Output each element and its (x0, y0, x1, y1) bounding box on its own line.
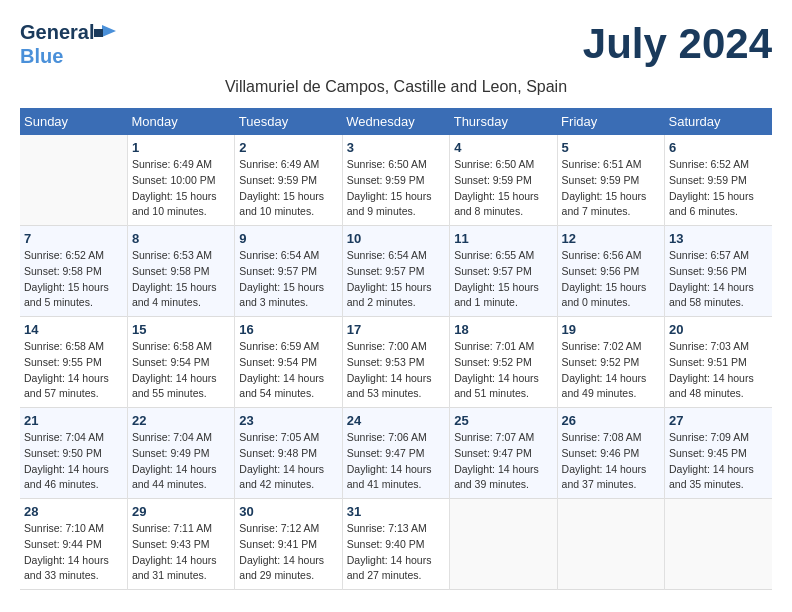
day-number: 18 (454, 322, 552, 337)
calendar-header-row: SundayMondayTuesdayWednesdayThursdayFrid… (20, 108, 772, 135)
day-number: 21 (24, 413, 123, 428)
day-info: Sunrise: 7:04 AMSunset: 9:50 PMDaylight:… (24, 430, 123, 493)
calendar-week-row: 7Sunrise: 6:52 AMSunset: 9:58 PMDaylight… (20, 226, 772, 317)
month-title: July 2024 (583, 20, 772, 68)
day-number: 29 (132, 504, 230, 519)
day-info: Sunrise: 6:54 AMSunset: 9:57 PMDaylight:… (239, 248, 337, 311)
day-number: 2 (239, 140, 337, 155)
page-header: General Blue July 2024 (20, 20, 772, 68)
day-number: 15 (132, 322, 230, 337)
day-info: Sunrise: 6:54 AMSunset: 9:57 PMDaylight:… (347, 248, 445, 311)
calendar-week-row: 1Sunrise: 6:49 AMSunset: 10:00 PMDayligh… (20, 135, 772, 226)
calendar-cell: 18Sunrise: 7:01 AMSunset: 9:52 PMDayligh… (450, 317, 557, 408)
day-info: Sunrise: 6:57 AMSunset: 9:56 PMDaylight:… (669, 248, 768, 311)
calendar-cell: 22Sunrise: 7:04 AMSunset: 9:49 PMDayligh… (127, 408, 234, 499)
logo-text: General (20, 20, 116, 44)
day-info: Sunrise: 7:13 AMSunset: 9:40 PMDaylight:… (347, 521, 445, 584)
calendar-table: SundayMondayTuesdayWednesdayThursdayFrid… (20, 108, 772, 590)
calendar-cell: 2Sunrise: 6:49 AMSunset: 9:59 PMDaylight… (235, 135, 342, 226)
calendar-cell: 28Sunrise: 7:10 AMSunset: 9:44 PMDayligh… (20, 499, 127, 590)
calendar-cell (665, 499, 772, 590)
day-info: Sunrise: 6:51 AMSunset: 9:59 PMDaylight:… (562, 157, 660, 220)
logo-subtext: Blue (20, 44, 116, 68)
day-number: 13 (669, 231, 768, 246)
svg-rect-1 (94, 29, 103, 37)
day-info: Sunrise: 6:59 AMSunset: 9:54 PMDaylight:… (239, 339, 337, 402)
day-number: 27 (669, 413, 768, 428)
day-info: Sunrise: 7:11 AMSunset: 9:43 PMDaylight:… (132, 521, 230, 584)
day-number: 23 (239, 413, 337, 428)
day-number: 5 (562, 140, 660, 155)
calendar-week-row: 21Sunrise: 7:04 AMSunset: 9:50 PMDayligh… (20, 408, 772, 499)
day-info: Sunrise: 6:49 AMSunset: 10:00 PMDaylight… (132, 157, 230, 220)
day-number: 14 (24, 322, 123, 337)
day-info: Sunrise: 7:07 AMSunset: 9:47 PMDaylight:… (454, 430, 552, 493)
calendar-cell: 20Sunrise: 7:03 AMSunset: 9:51 PMDayligh… (665, 317, 772, 408)
day-info: Sunrise: 7:06 AMSunset: 9:47 PMDaylight:… (347, 430, 445, 493)
calendar-cell: 31Sunrise: 7:13 AMSunset: 9:40 PMDayligh… (342, 499, 449, 590)
day-number: 25 (454, 413, 552, 428)
day-number: 17 (347, 322, 445, 337)
day-info: Sunrise: 7:10 AMSunset: 9:44 PMDaylight:… (24, 521, 123, 584)
weekday-header: Sunday (20, 108, 127, 135)
calendar-cell: 27Sunrise: 7:09 AMSunset: 9:45 PMDayligh… (665, 408, 772, 499)
weekday-header: Wednesday (342, 108, 449, 135)
day-info: Sunrise: 7:12 AMSunset: 9:41 PMDaylight:… (239, 521, 337, 584)
day-number: 1 (132, 140, 230, 155)
day-info: Sunrise: 6:55 AMSunset: 9:57 PMDaylight:… (454, 248, 552, 311)
calendar-cell: 7Sunrise: 6:52 AMSunset: 9:58 PMDaylight… (20, 226, 127, 317)
calendar-cell: 14Sunrise: 6:58 AMSunset: 9:55 PMDayligh… (20, 317, 127, 408)
day-number: 7 (24, 231, 123, 246)
calendar-cell: 23Sunrise: 7:05 AMSunset: 9:48 PMDayligh… (235, 408, 342, 499)
day-info: Sunrise: 6:50 AMSunset: 9:59 PMDaylight:… (347, 157, 445, 220)
day-info: Sunrise: 6:52 AMSunset: 9:58 PMDaylight:… (24, 248, 123, 311)
day-info: Sunrise: 7:01 AMSunset: 9:52 PMDaylight:… (454, 339, 552, 402)
calendar-cell: 24Sunrise: 7:06 AMSunset: 9:47 PMDayligh… (342, 408, 449, 499)
day-number: 4 (454, 140, 552, 155)
day-number: 16 (239, 322, 337, 337)
calendar-week-row: 28Sunrise: 7:10 AMSunset: 9:44 PMDayligh… (20, 499, 772, 590)
calendar-cell: 8Sunrise: 6:53 AMSunset: 9:58 PMDaylight… (127, 226, 234, 317)
day-info: Sunrise: 6:58 AMSunset: 9:54 PMDaylight:… (132, 339, 230, 402)
calendar-cell: 16Sunrise: 6:59 AMSunset: 9:54 PMDayligh… (235, 317, 342, 408)
calendar-cell: 15Sunrise: 6:58 AMSunset: 9:54 PMDayligh… (127, 317, 234, 408)
title-section: July 2024 (583, 20, 772, 68)
svg-marker-0 (102, 25, 116, 37)
calendar-cell (20, 135, 127, 226)
calendar-cell: 9Sunrise: 6:54 AMSunset: 9:57 PMDaylight… (235, 226, 342, 317)
weekday-header: Tuesday (235, 108, 342, 135)
calendar-cell: 29Sunrise: 7:11 AMSunset: 9:43 PMDayligh… (127, 499, 234, 590)
day-number: 22 (132, 413, 230, 428)
weekday-header: Saturday (665, 108, 772, 135)
day-number: 30 (239, 504, 337, 519)
day-number: 6 (669, 140, 768, 155)
calendar-cell: 5Sunrise: 6:51 AMSunset: 9:59 PMDaylight… (557, 135, 664, 226)
day-info: Sunrise: 7:09 AMSunset: 9:45 PMDaylight:… (669, 430, 768, 493)
calendar-cell: 3Sunrise: 6:50 AMSunset: 9:59 PMDaylight… (342, 135, 449, 226)
weekday-header: Monday (127, 108, 234, 135)
day-number: 9 (239, 231, 337, 246)
day-number: 24 (347, 413, 445, 428)
day-info: Sunrise: 6:52 AMSunset: 9:59 PMDaylight:… (669, 157, 768, 220)
calendar-week-row: 14Sunrise: 6:58 AMSunset: 9:55 PMDayligh… (20, 317, 772, 408)
calendar-cell: 6Sunrise: 6:52 AMSunset: 9:59 PMDaylight… (665, 135, 772, 226)
calendar-cell: 10Sunrise: 6:54 AMSunset: 9:57 PMDayligh… (342, 226, 449, 317)
day-info: Sunrise: 7:03 AMSunset: 9:51 PMDaylight:… (669, 339, 768, 402)
day-number: 11 (454, 231, 552, 246)
calendar-cell (557, 499, 664, 590)
weekday-header: Thursday (450, 108, 557, 135)
calendar-cell (450, 499, 557, 590)
day-number: 10 (347, 231, 445, 246)
calendar-cell: 4Sunrise: 6:50 AMSunset: 9:59 PMDaylight… (450, 135, 557, 226)
day-number: 8 (132, 231, 230, 246)
day-info: Sunrise: 6:50 AMSunset: 9:59 PMDaylight:… (454, 157, 552, 220)
day-info: Sunrise: 7:08 AMSunset: 9:46 PMDaylight:… (562, 430, 660, 493)
day-info: Sunrise: 6:56 AMSunset: 9:56 PMDaylight:… (562, 248, 660, 311)
calendar-cell: 11Sunrise: 6:55 AMSunset: 9:57 PMDayligh… (450, 226, 557, 317)
day-number: 19 (562, 322, 660, 337)
calendar-cell: 17Sunrise: 7:00 AMSunset: 9:53 PMDayligh… (342, 317, 449, 408)
day-info: Sunrise: 7:02 AMSunset: 9:52 PMDaylight:… (562, 339, 660, 402)
day-number: 20 (669, 322, 768, 337)
day-info: Sunrise: 7:04 AMSunset: 9:49 PMDaylight:… (132, 430, 230, 493)
weekday-header: Friday (557, 108, 664, 135)
